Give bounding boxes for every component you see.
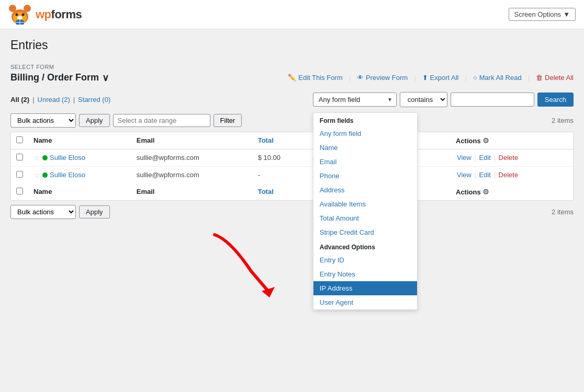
svg-marker-10 [262, 287, 275, 297]
footer-header-name: Name [28, 183, 131, 201]
filter-button[interactable]: Filter [214, 114, 242, 127]
top-bar: wpforms Screen Options ▼ [0, 0, 584, 29]
footer-select-all-checkbox[interactable] [16, 188, 23, 194]
field-option-ip-address[interactable]: IP Address [313, 281, 417, 295]
logo-wp: wp [36, 8, 51, 21]
screen-options-button[interactable]: Screen Options ▼ [509, 8, 576, 21]
field-dropdown[interactable]: Any form field [313, 93, 397, 107]
header-email: Email [131, 132, 253, 149]
tab-starred[interactable]: Starred (0) [78, 96, 110, 103]
bottom-actions-bar: Bulk actions Apply 2 items [10, 205, 574, 219]
field-option-email[interactable]: Email [313, 155, 417, 169]
row2-checkbox-cell [11, 166, 29, 183]
separator-2: | [414, 74, 415, 82]
edit-this-form-link[interactable]: ✏️ Edit This Form [288, 74, 342, 82]
form-selector-button[interactable]: Billing / Order Form ∨ [10, 72, 109, 84]
trash-icon: 🗑 [536, 74, 543, 82]
field-option-entry-notes[interactable]: Entry Notes [313, 267, 417, 281]
field-option-available-items[interactable]: Available Items [313, 197, 417, 211]
bottom-apply-button[interactable]: Apply [79, 205, 110, 218]
tab-unread[interactable]: Unread (2) [38, 96, 70, 103]
row2-delete-link[interactable]: Delete [499, 171, 519, 179]
operator-dropdown[interactable]: contains [400, 92, 447, 107]
filter-search-area: Any form field ▼ Form fields Any form fi… [313, 92, 574, 107]
row1-name-link[interactable]: Sullie Eloso [50, 154, 85, 162]
field-option-phone[interactable]: Phone [313, 169, 417, 183]
row1-star-icon[interactable]: ☆ [33, 154, 40, 162]
row1-actions-cell: View | Edit | Delete [451, 149, 574, 166]
bottom-items-count: 2 items [552, 208, 574, 216]
page-title: Entries [10, 38, 574, 53]
tab-all[interactable]: All (2) [10, 96, 29, 103]
header-checkbox-col [11, 132, 29, 149]
field-option-any-form-field[interactable]: Any form field [313, 126, 417, 141]
field-dropdown-wrapper: Any form field ▼ Form fields Any form fi… [313, 93, 397, 107]
row2-email-cell: sullie@wpforms.com [131, 166, 253, 183]
separator-4: | [528, 74, 530, 82]
select-all-checkbox[interactable] [16, 136, 23, 143]
logo-area: wpforms [8, 3, 82, 26]
field-option-stripe-credit-card[interactable]: Stripe Credit Card [313, 225, 417, 239]
select-form-label: SELECT FORM [10, 64, 574, 70]
field-option-entry-id[interactable]: Entry ID [313, 253, 417, 267]
row2-total-cell: - [253, 166, 308, 183]
row2-name-link[interactable]: Sullie Eloso [50, 171, 85, 179]
screen-options-label: Screen Options [514, 10, 561, 18]
row2-checkbox[interactable] [16, 171, 23, 178]
edit-icon: ✏️ [288, 74, 296, 82]
table-footer-header-row: Name Email Total Date Actions ⚙ [11, 183, 574, 201]
row1-delete-link[interactable]: Delete [499, 154, 519, 162]
filter-tabs: All (2) | Unread (2) | Starred (0) [10, 96, 110, 103]
bulk-actions-bottom-select[interactable]: Bulk actions [10, 205, 76, 219]
row1-edit-link[interactable]: Edit [479, 154, 491, 162]
selected-form-name: Billing / Order Form [10, 72, 99, 83]
advanced-options-section-label: Advanced Options [313, 239, 417, 253]
svg-point-6 [17, 16, 23, 19]
separator-3: | [465, 74, 467, 82]
bulk-actions-bottom-wrapper: Bulk actions [10, 205, 76, 219]
row2-edit-link[interactable]: Edit [479, 171, 491, 179]
form-fields-section-label: Form fields [313, 113, 417, 126]
header-name: Name [28, 132, 131, 149]
date-range-input[interactable] [113, 114, 210, 127]
eye-icon: 👁 [357, 74, 364, 82]
form-selector-chevron-icon: ∨ [102, 72, 109, 84]
actions-gear-icon[interactable]: ⚙ [482, 136, 489, 145]
preview-form-link[interactable]: 👁 Preview Form [357, 74, 408, 82]
row1-total-cell: $ 10.00 [253, 149, 308, 166]
mark-all-read-link[interactable]: ○ Mark All Read [473, 74, 522, 82]
row1-name-cell: ☆ Sullie Eloso [28, 149, 131, 166]
field-option-total-amount[interactable]: Total Amount [313, 211, 417, 225]
page-wrapper: wpforms Screen Options ▼ Entries SELECT … [0, 0, 584, 392]
delete-all-link[interactable]: 🗑 Delete All [536, 74, 574, 82]
top-actions-bar: Bulk actions Apply Filter 2 items [10, 113, 574, 128]
footer-actions-gear-icon[interactable]: ⚙ [482, 188, 489, 196]
field-dropdown-menu: Form fields Any form field Name Email Ph… [313, 112, 418, 310]
search-button[interactable]: Search [537, 93, 574, 107]
top-apply-button[interactable]: Apply [79, 114, 110, 127]
field-option-name[interactable]: Name [313, 141, 417, 155]
logo-bear-icon [8, 3, 31, 26]
header-actions: Actions ⚙ [451, 132, 574, 149]
bulk-actions-top-wrapper: Bulk actions [10, 113, 76, 128]
row2-actions-cell: View | Edit | Delete [451, 166, 574, 183]
row1-checkbox[interactable] [16, 154, 23, 160]
row2-meta: ☆ Sullie Eloso [33, 171, 126, 179]
top-items-count: 2 items [552, 117, 574, 124]
search-input[interactable] [451, 93, 534, 107]
entries-table: Name Email Total Date Actions ⚙ [10, 132, 574, 201]
row2-star-icon[interactable]: ☆ [33, 171, 40, 179]
header-total: Total [253, 132, 308, 149]
field-option-user-agent[interactable]: User Agent [313, 295, 417, 309]
row1-status-dot [42, 155, 48, 160]
chevron-down-icon: ▼ [563, 10, 570, 18]
content-area: Entries SELECT FORM Billing / Order Form… [0, 29, 584, 227]
field-option-address[interactable]: Address [313, 183, 417, 197]
entries-table-wrapper: Name Email Total Date Actions ⚙ [10, 132, 574, 201]
row2-view-link[interactable]: View [457, 171, 471, 179]
export-all-link[interactable]: ⬆ Export All [422, 74, 459, 82]
separator-1: | [349, 74, 351, 82]
row1-view-link[interactable]: View [457, 154, 471, 162]
bulk-actions-top-select[interactable]: Bulk actions [10, 113, 76, 128]
row1-checkbox-cell [11, 149, 29, 166]
